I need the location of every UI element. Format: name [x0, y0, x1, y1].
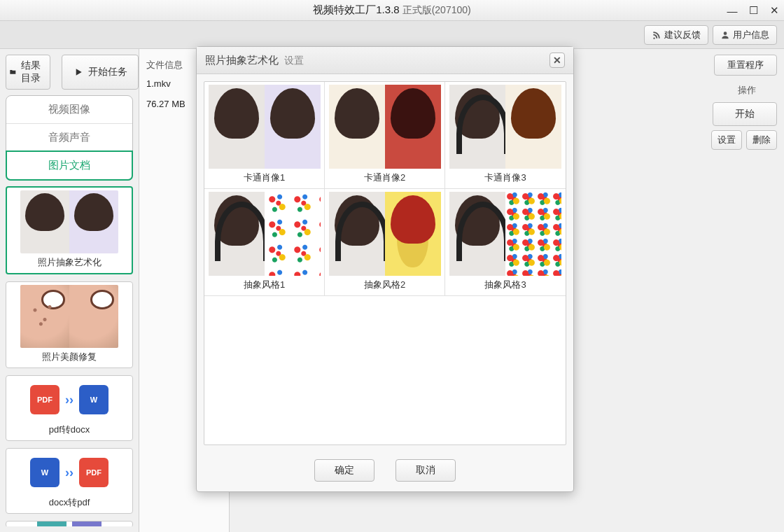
- style-label: 卡通肖像3: [484, 172, 526, 184]
- dialog-body: 卡通肖像1 卡通肖像2 卡通肖像3: [197, 74, 573, 452]
- close-icon[interactable]: ✕: [769, 4, 780, 17]
- dialog-footer: 确定 取消: [197, 452, 573, 491]
- style-label: 卡通肖像1: [244, 172, 285, 184]
- dialog-subtitle: 设置: [284, 55, 304, 66]
- dialog-cancel-button[interactable]: 取消: [396, 459, 456, 482]
- minimize-icon[interactable]: —: [727, 5, 738, 17]
- style-option-cartoon-1[interactable]: 卡通肖像1: [204, 82, 325, 189]
- app-title: 视频特效工厂1.3.8: [313, 4, 399, 17]
- app-subtitle: 正式版(207100): [402, 4, 471, 17]
- dialog-close-button[interactable]: ✕: [550, 52, 565, 68]
- style-label: 抽象风格2: [364, 279, 405, 291]
- style-label: 卡通肖像2: [364, 172, 405, 184]
- style-option-cartoon-3[interactable]: 卡通肖像3: [445, 82, 566, 189]
- style-option-abstract-2[interactable]: 抽象风格2: [325, 189, 445, 296]
- style-grid: 卡通肖像1 卡通肖像2 卡通肖像3: [204, 81, 566, 445]
- style-option-abstract-3[interactable]: 抽象风格3: [445, 189, 566, 296]
- dialog-header: 照片抽象艺术化 设置 ✕: [197, 47, 573, 74]
- window-controls: — ☐ ✕: [727, 0, 780, 21]
- style-option-cartoon-2[interactable]: 卡通肖像2: [325, 82, 445, 189]
- dialog-ok-button[interactable]: 确定: [314, 459, 374, 482]
- style-label: 抽象风格3: [484, 279, 526, 291]
- maximize-icon[interactable]: ☐: [748, 4, 759, 17]
- style-option-abstract-1[interactable]: 抽象风格1: [204, 189, 325, 296]
- dialog-overlay: 照片抽象艺术化 设置 ✕ 卡通肖像1: [0, 21, 784, 532]
- style-label: 抽象风格1: [244, 279, 285, 291]
- style-settings-dialog: 照片抽象艺术化 设置 ✕ 卡通肖像1: [196, 46, 574, 492]
- title-bar: 视频特效工厂1.3.8 正式版(207100) — ☐ ✕: [0, 0, 784, 21]
- dialog-title: 照片抽象艺术化: [205, 54, 279, 66]
